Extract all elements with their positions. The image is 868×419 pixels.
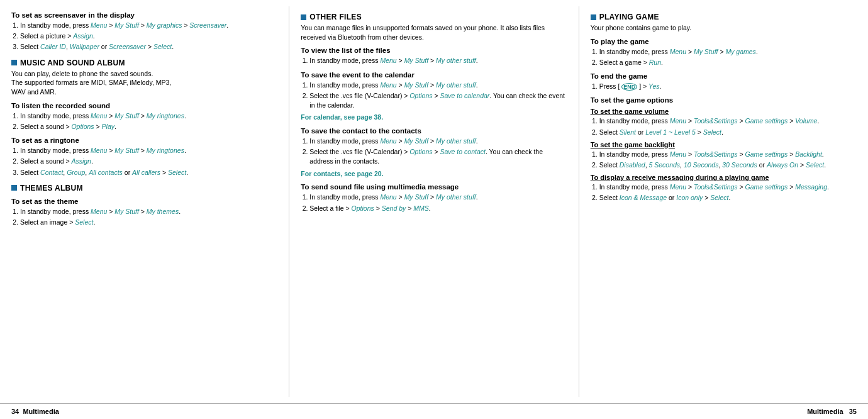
list-item: Select a game > Run. — [599, 58, 857, 67]
select-link: Select — [153, 43, 172, 50]
silent-link: Silent — [620, 128, 636, 136]
list-item: Select Icon & Message or Icon only > Sel… — [599, 193, 857, 203]
page-footer: 34 Multimedia Multimedia 35 — [0, 403, 868, 419]
gamesettings-link: Game settings — [745, 117, 788, 125]
mystuff-link: My Stuff — [114, 147, 139, 154]
heading-listen: To listen the recorded sound — [11, 102, 277, 109]
right-page-number: 35 — [849, 408, 857, 415]
list-item: In standby mode, press Menu > My Stuff >… — [20, 111, 277, 121]
left-page-number: 34 — [11, 408, 19, 415]
group-link: Group — [67, 169, 85, 176]
list-item: In standby mode, press Menu > My Stuff >… — [20, 146, 277, 155]
list-savecalendar: In standby mode, press Menu > My Stuff >… — [301, 81, 567, 111]
playinggame-description: Your phone contains game to play. — [591, 23, 857, 33]
menu-link: Menu — [91, 21, 107, 29]
myringtones-link: My ringtones — [147, 112, 184, 120]
allcallers-link: All callers — [132, 169, 160, 176]
list-item: Select the .vcs file (V-Calendar) > Opti… — [309, 147, 567, 166]
screensaver-link: Screensaver — [189, 21, 226, 29]
end-button-icon: END — [621, 83, 637, 91]
toolssettings-link: Tools&Settings — [694, 117, 738, 125]
section-square-icon — [11, 185, 17, 191]
list-item: In standby mode, press Menu > My Stuff >… — [309, 137, 567, 146]
myotherstuff3-link: My other stuff — [436, 137, 476, 145]
column-2: OTHER FILES You can manage files in unsu… — [289, 6, 579, 397]
list-item: Select Disabled, 5 Seconds, 10 Seconds, … — [599, 160, 857, 170]
playinggame-section-header: PLAYING GAME — [591, 13, 857, 21]
allcontacts-link: All contacts — [89, 169, 123, 176]
select2-link: Select — [168, 169, 186, 176]
toolssettings3-link: Tools&Settings — [694, 183, 738, 191]
mystuff-link: My Stuff — [404, 137, 429, 145]
level-link: Level 1 ~ Level 5 — [645, 128, 696, 136]
heading-endgame: To end the game — [591, 72, 857, 80]
footer-left: 34 Multimedia — [11, 408, 59, 415]
list-item: Select a picture > Assign. — [20, 31, 277, 41]
sendby-link: Send by — [382, 204, 406, 212]
contacts-note: For contacts, see page 20. — [301, 169, 567, 179]
list-item: In standby mode, press Menu > My Stuff >… — [20, 207, 277, 216]
heading-screensaver: To set as screensaver in the display — [11, 11, 277, 19]
gamesettings3-link: Game settings — [745, 183, 788, 191]
playinggame-section-title: PLAYING GAME — [599, 13, 659, 21]
music-section-title: MUSIC AND SOUND ALBUM — [20, 59, 125, 67]
list-item: In standby mode, press Menu > My Stuff >… — [309, 81, 567, 90]
toolssettings2-link: Tools&Settings — [694, 150, 738, 158]
section-square-icon — [11, 60, 17, 65]
mms-link: MMS — [413, 204, 429, 212]
list-item: In standby mode, press Menu > My Stuff >… — [309, 193, 567, 202]
volume-link: Volume — [795, 117, 817, 125]
mystuff-link: My Stuff — [114, 208, 139, 215]
contact-link: Contact — [40, 169, 63, 176]
heading-gamemessaging: To display a receive messaging during a … — [591, 174, 857, 181]
select-link: Select — [703, 128, 721, 136]
list-item: In standby mode, press Menu > My Stuff >… — [20, 21, 277, 30]
menu-link: Menu — [670, 117, 686, 125]
list-item: Select Caller ID, Wallpaper or Screensav… — [20, 42, 277, 52]
menu-link: Menu — [670, 48, 686, 55]
list-listen: In standby mode, press Menu > My Stuff >… — [11, 111, 277, 131]
list-viewlist: In standby mode, press Menu > My Stuff >… — [301, 56, 567, 65]
right-label: Multimedia — [807, 408, 843, 415]
heading-gameoptions: To set the game options — [591, 96, 857, 104]
otherfiles-description: You can manage files in unsupported form… — [301, 23, 567, 42]
select3-link: Select — [75, 218, 93, 226]
menu-link: Menu — [380, 137, 396, 145]
gamesettings2-link: Game settings — [745, 150, 788, 158]
run-link: Run — [649, 59, 661, 66]
options3-link: Options — [409, 148, 432, 155]
themes-section-header: THEMES ALBUM — [11, 184, 277, 193]
section-square-icon — [591, 14, 596, 20]
mythemes-link: My themes — [147, 208, 179, 215]
mystuff-link: My Stuff — [114, 112, 139, 120]
footer-right: Multimedia 35 — [807, 408, 857, 415]
30sec-link: 30 Seconds — [722, 161, 757, 169]
list-item: Select an image > Select. — [20, 218, 277, 227]
list-item: In standby mode, press Menu > Tools&Sett… — [599, 182, 857, 192]
list-item: In standby mode, press Menu > My Stuff >… — [599, 47, 857, 57]
music-section-header: MUSIC AND SOUND ALBUM — [11, 59, 277, 67]
list-item: In standby mode, press Menu > Tools&Sett… — [599, 116, 857, 126]
assign2-link: Assign — [71, 157, 91, 165]
list-gamebacklight: In standby mode, press Menu > Tools&Sett… — [591, 150, 857, 170]
mygames-link: My games — [725, 48, 755, 55]
list-item: Select a sound > Assign. — [20, 157, 277, 166]
options2-link: Options — [409, 92, 432, 99]
menu-link: Menu — [91, 147, 107, 154]
select3-link: Select — [710, 194, 728, 201]
content-area: To set as screensaver in the display In … — [0, 0, 868, 403]
calendar-note: For calendar, see page 38. — [301, 113, 567, 122]
list-item: Select the .vcs file (V-Calendar) > Opti… — [309, 91, 567, 110]
list-item: Select Silent or Level 1 ~ Level 5 > Sel… — [599, 128, 857, 137]
disabled-link: Disabled — [620, 161, 645, 169]
otherfiles-section-title: OTHER FILES — [309, 13, 362, 21]
heading-gamebacklight: To set the game backlight — [591, 141, 857, 148]
mystuff-link: My Stuff — [404, 193, 429, 201]
iconmessage-link: Icon & Message — [620, 194, 667, 201]
callerid-link: Caller ID — [40, 43, 66, 50]
menu-link: Menu — [380, 81, 396, 89]
heading-ringtone: To set as a ringtone — [11, 137, 277, 144]
myringtones2-link: My ringtones — [147, 147, 184, 154]
music-description: You can play, delete to phone the saved … — [11, 69, 277, 97]
myotherstuff2-link: My other stuff — [436, 81, 476, 89]
